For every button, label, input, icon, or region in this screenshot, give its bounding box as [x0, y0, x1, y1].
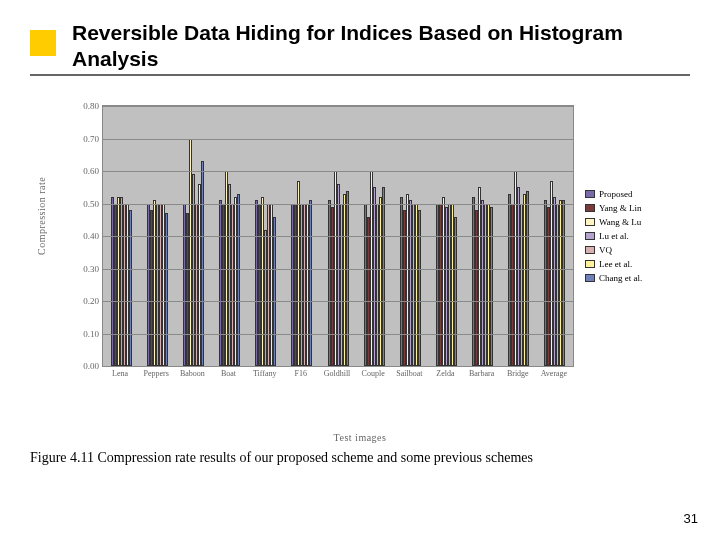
- bar: [346, 191, 349, 367]
- x-tick-label: Tiffany: [253, 369, 277, 378]
- page-number: 31: [684, 511, 698, 526]
- grid-line: [103, 106, 573, 107]
- y-tick-label: 0.70: [83, 134, 99, 144]
- title-rule: [30, 74, 690, 76]
- legend-item: Chang et al.: [585, 273, 675, 283]
- y-tick-label: 0.30: [83, 264, 99, 274]
- legend-swatch: [585, 274, 595, 282]
- bar: [562, 200, 565, 366]
- x-tick-label: Average: [541, 369, 568, 378]
- bar: [490, 207, 493, 366]
- x-tick-label: Goldhill: [324, 369, 351, 378]
- legend-label: Lu et al.: [599, 231, 629, 241]
- legend-swatch: [585, 218, 595, 226]
- y-tick-label: 0.40: [83, 231, 99, 241]
- x-axis-label: Test images: [40, 432, 680, 443]
- accent-square: [30, 30, 56, 56]
- bar: [129, 210, 132, 366]
- legend-item: VQ: [585, 245, 675, 255]
- x-tick-label: Sailboat: [396, 369, 422, 378]
- grid-line: [103, 269, 573, 270]
- y-tick-label: 0.00: [83, 361, 99, 371]
- bar: [526, 191, 529, 367]
- bar: [309, 200, 312, 366]
- x-tick-label: Couple: [362, 369, 385, 378]
- plot-area: 0.000.100.200.300.400.500.600.700.80: [102, 105, 574, 367]
- bar: [418, 210, 421, 366]
- legend-label: Lee et al.: [599, 259, 632, 269]
- legend: ProposedYang & LinWang & LuLu et al.VQLe…: [585, 185, 675, 287]
- grid-line: [103, 334, 573, 335]
- bar: [382, 187, 385, 366]
- legend-swatch: [585, 204, 595, 212]
- x-tick-label: Bridge: [507, 369, 529, 378]
- legend-swatch: [585, 190, 595, 198]
- grid-line: [103, 236, 573, 237]
- legend-item: Lee et al.: [585, 259, 675, 269]
- x-tick-label: Peppers: [144, 369, 169, 378]
- legend-swatch: [585, 246, 595, 254]
- x-tick-label: Baboon: [180, 369, 205, 378]
- grid-line: [103, 301, 573, 302]
- x-tick-label: Boat: [221, 369, 236, 378]
- y-axis-label: Compression rate: [36, 177, 47, 255]
- y-tick-label: 0.20: [83, 296, 99, 306]
- legend-label: Wang & Lu: [599, 217, 641, 227]
- x-tick-label: F16: [295, 369, 307, 378]
- bar: [273, 217, 276, 367]
- chart: Compression rate 0.000.100.200.300.400.5…: [40, 105, 680, 415]
- x-categories: LenaPeppersBaboonBoatTiffanyF16GoldhillC…: [102, 367, 572, 407]
- x-tick-label: Lena: [112, 369, 128, 378]
- legend-item: Proposed: [585, 189, 675, 199]
- x-tick-label: Zelda: [436, 369, 454, 378]
- y-tick-label: 0.60: [83, 166, 99, 176]
- y-tick-label: 0.80: [83, 101, 99, 111]
- legend-label: Chang et al.: [599, 273, 642, 283]
- legend-swatch: [585, 260, 595, 268]
- legend-label: VQ: [599, 245, 612, 255]
- grid-line: [103, 139, 573, 140]
- slide-title: Reversible Data Hiding for Indices Based…: [72, 20, 692, 73]
- legend-label: Yang & Lin: [599, 203, 642, 213]
- legend-item: Lu et al.: [585, 231, 675, 241]
- y-tick-label: 0.50: [83, 199, 99, 209]
- legend-label: Proposed: [599, 189, 633, 199]
- y-tick-label: 0.10: [83, 329, 99, 339]
- legend-item: Wang & Lu: [585, 217, 675, 227]
- x-tick-label: Barbara: [469, 369, 494, 378]
- grid-line: [103, 204, 573, 205]
- figure-caption: Figure 4.11 Compression rate results of …: [30, 450, 690, 466]
- legend-swatch: [585, 232, 595, 240]
- bar: [201, 161, 204, 366]
- legend-item: Yang & Lin: [585, 203, 675, 213]
- bar: [454, 217, 457, 367]
- bar: [237, 194, 240, 366]
- grid-line: [103, 171, 573, 172]
